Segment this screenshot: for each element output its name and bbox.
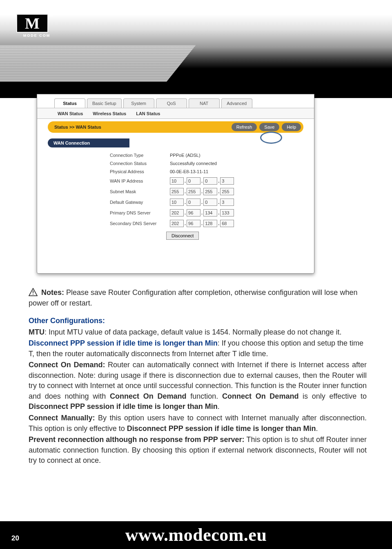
wan-ip-4[interactable] [220, 177, 234, 185]
header-stripes [0, 45, 196, 82]
refresh-button[interactable]: Refresh [232, 123, 257, 131]
mask-3[interactable] [203, 188, 217, 195]
cod-text2: function. [186, 392, 222, 400]
label-dns1: Primary DNS Server [107, 208, 167, 218]
tab-status[interactable]: Status [54, 98, 85, 108]
registered-mark: ® [49, 12, 53, 18]
router-ui-screenshot: Status Basic Setup System QoS NAT Advanc… [37, 94, 314, 274]
page-footer: 20 www.modecom.eu [0, 521, 392, 549]
gw-fields: ... [167, 197, 236, 207]
cod-text3: is only effective to [298, 392, 367, 400]
wan-ip-2[interactable] [187, 177, 200, 185]
cod-bold3: Disconnect PPP session if idle time is l… [29, 402, 218, 411]
gw-2[interactable] [187, 199, 200, 206]
label-wan-ip: WAN IP Address [107, 176, 167, 186]
gw-1[interactable] [170, 199, 184, 206]
mask-fields: ... [167, 187, 236, 196]
dns1-2[interactable] [187, 209, 200, 216]
svg-rect-1 [33, 290, 33, 293]
subtab-lan-status[interactable]: LAN Status [136, 111, 160, 116]
label-default-gateway: Default Gateway [107, 197, 167, 207]
dns1-1[interactable] [170, 209, 184, 216]
svg-rect-2 [33, 294, 33, 295]
dns1-fields: ... [167, 208, 236, 218]
subtab-wireless-status[interactable]: Wireless Status [93, 111, 126, 116]
wan-ip-fields: ... [167, 176, 236, 186]
cod-bold2: Connect On Demand [222, 392, 298, 400]
dns2-4[interactable] [220, 220, 234, 227]
warning-icon [29, 288, 38, 296]
save-highlight-circle [260, 132, 282, 144]
mtu-text: : Input MTU value of data package, defau… [45, 328, 341, 336]
tab-qos[interactable]: QoS [156, 98, 187, 108]
wan-ip-3[interactable] [203, 177, 217, 185]
cm-label: Connect Manually: [29, 414, 95, 422]
disc-label: Disconnect PPP session if idle time is l… [29, 339, 218, 347]
cod-label: Connect On Demand: [29, 361, 105, 369]
breadcrumb: Status >> WAN Status [54, 125, 229, 129]
tab-basic-setup[interactable]: Basic Setup [87, 98, 122, 108]
gw-4[interactable] [220, 199, 234, 206]
document-body: Notes: Please save Router Configuration … [29, 288, 367, 467]
save-button[interactable]: Save [259, 123, 279, 131]
mask-2[interactable] [187, 188, 200, 195]
sub-tabs: WAN Status Wireless Status LAN Status [37, 108, 314, 119]
pr-label: Prevent reconnection although no respons… [29, 435, 245, 444]
help-button[interactable]: Help [282, 123, 301, 131]
connect-manually-paragraph: Connect Manually: By this option users h… [29, 413, 367, 434]
page-number: 20 [11, 534, 19, 542]
label-phys-addr: Physical Address [107, 168, 167, 175]
dns2-fields: ... [167, 219, 236, 228]
disconnect-ppp-paragraph: Disconnect PPP session if idle time is l… [29, 338, 367, 359]
value-phys-addr: 00-0E-E8-13-11-11 [167, 168, 236, 175]
cm-bold: Disconnect PPP session if idle time is l… [127, 424, 316, 433]
tab-advanced[interactable]: Advanced [221, 98, 252, 108]
wan-ip-1[interactable] [170, 177, 184, 185]
cod-text4: . [218, 402, 220, 411]
label-dns2: Secondary DNS Server [107, 219, 167, 228]
dns1-4[interactable] [220, 209, 234, 216]
mtu-paragraph: MTU: Input MTU value of data package, de… [29, 327, 367, 338]
notes-prefix: Notes: [41, 288, 64, 297]
dns2-3[interactable] [203, 220, 217, 227]
disconnect-button[interactable]: Disconnect [166, 232, 199, 240]
main-tabs: Status Basic Setup System QoS NAT Advanc… [37, 94, 314, 108]
value-conn-status: Successfully connected [167, 160, 236, 167]
tab-system[interactable]: System [123, 98, 154, 108]
notes-text: Please save Router Configuration after c… [29, 288, 357, 307]
cod-bold1: Connect On Demand [110, 392, 186, 400]
footer-url: www.modecom.eu [125, 526, 267, 544]
mask-4[interactable] [220, 188, 234, 195]
other-config-heading: Other Configurations: [29, 316, 367, 326]
cm-text2: . [316, 424, 318, 433]
logo-name: MODE COM [16, 34, 57, 38]
mask-1[interactable] [170, 188, 184, 195]
subtab-wan-status[interactable]: WAN Status [58, 111, 83, 116]
logo-letter: M [25, 16, 40, 31]
brand-logo: M ® MODE COM [16, 14, 57, 40]
mtu-label: MTU [29, 328, 45, 336]
label-subnet-mask: Subnet Mask [107, 187, 167, 196]
dns2-2[interactable] [187, 220, 200, 227]
label-conn-type: Connection Type [107, 152, 167, 159]
section-wan-connection: WAN Connection [48, 138, 129, 147]
gw-3[interactable] [203, 199, 217, 206]
tab-nat[interactable]: NAT [189, 98, 220, 108]
prevent-reconnection-paragraph: Prevent reconnection although no respons… [29, 435, 367, 466]
value-conn-type: PPPoE (ADSL) [167, 152, 236, 159]
dns1-3[interactable] [203, 209, 217, 216]
breadcrumb-bar: Status >> WAN Status Refresh Save Help [48, 121, 303, 133]
label-conn-status: Connection Status [107, 160, 167, 167]
dns2-1[interactable] [170, 220, 184, 227]
connect-on-demand-paragraph: Connect On Demand: Router can automatica… [29, 360, 367, 412]
wan-form-table: Connection Type PPPoE (ADSL) Connection … [107, 151, 237, 229]
notes-paragraph: Notes: Please save Router Configuration … [29, 288, 367, 308]
